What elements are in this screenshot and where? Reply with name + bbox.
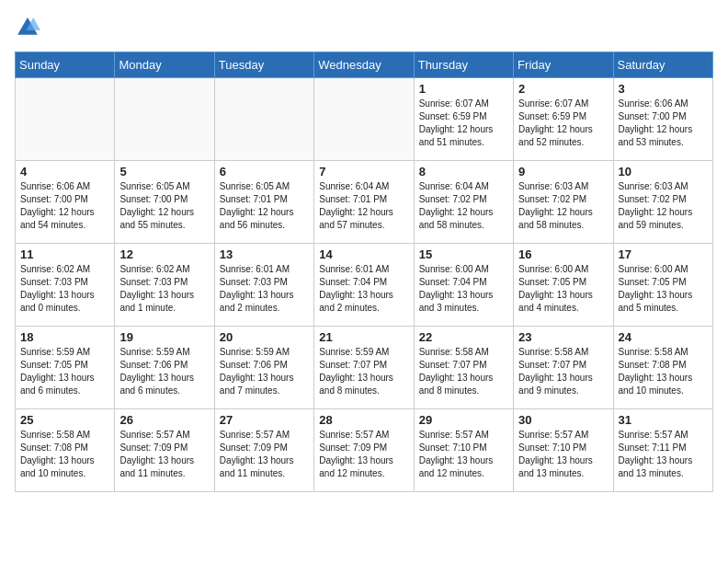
calendar-cell: 6Sunrise: 6:05 AM Sunset: 7:01 PM Daylig… bbox=[214, 161, 313, 244]
calendar-header-row: SundayMondayTuesdayWednesdayThursdayFrid… bbox=[16, 52, 713, 78]
day-number: 19 bbox=[119, 330, 209, 344]
day-info: Sunrise: 6:00 AM Sunset: 7:05 PM Dayligh… bbox=[518, 263, 608, 315]
day-number: 31 bbox=[619, 413, 708, 427]
day-number: 5 bbox=[119, 165, 209, 178]
day-number: 6 bbox=[220, 165, 309, 178]
day-info: Sunrise: 5:59 AM Sunset: 7:06 PM Dayligh… bbox=[220, 346, 309, 397]
calendar-cell: 22Sunrise: 5:58 AM Sunset: 7:07 PM Dayli… bbox=[414, 327, 513, 409]
day-number: 28 bbox=[319, 413, 408, 427]
day-of-week-header: Wednesday bbox=[314, 52, 414, 78]
day-info: Sunrise: 6:00 AM Sunset: 7:05 PM Dayligh… bbox=[619, 263, 708, 315]
calendar-cell: 25Sunrise: 5:58 AM Sunset: 7:08 PM Dayli… bbox=[16, 409, 115, 492]
calendar-cell: 9Sunrise: 6:03 AM Sunset: 7:02 PM Daylig… bbox=[514, 161, 613, 244]
calendar-cell: 29Sunrise: 5:57 AM Sunset: 7:10 PM Dayli… bbox=[414, 409, 513, 492]
calendar-week-row: 25Sunrise: 5:58 AM Sunset: 7:08 PM Dayli… bbox=[16, 409, 713, 492]
calendar-cell bbox=[314, 78, 414, 161]
day-info: Sunrise: 6:05 AM Sunset: 7:00 PM Dayligh… bbox=[119, 180, 209, 232]
day-number: 11 bbox=[20, 247, 109, 261]
calendar: SundayMondayTuesdayWednesdayThursdayFrid… bbox=[15, 52, 713, 492]
calendar-cell bbox=[214, 78, 313, 161]
day-number: 29 bbox=[419, 413, 508, 427]
calendar-cell: 3Sunrise: 6:06 AM Sunset: 7:00 PM Daylig… bbox=[613, 78, 712, 161]
calendar-week-row: 11Sunrise: 6:02 AM Sunset: 7:03 PM Dayli… bbox=[16, 244, 713, 327]
calendar-cell: 10Sunrise: 6:03 AM Sunset: 7:02 PM Dayli… bbox=[613, 161, 712, 244]
day-of-week-header: Friday bbox=[514, 52, 613, 78]
day-number: 14 bbox=[319, 247, 408, 261]
day-number: 7 bbox=[319, 165, 408, 178]
day-info: Sunrise: 6:02 AM Sunset: 7:03 PM Dayligh… bbox=[119, 263, 209, 315]
calendar-cell: 16Sunrise: 6:00 AM Sunset: 7:05 PM Dayli… bbox=[514, 244, 613, 327]
calendar-cell: 7Sunrise: 6:04 AM Sunset: 7:01 PM Daylig… bbox=[314, 161, 414, 244]
day-of-week-header: Saturday bbox=[613, 52, 712, 78]
day-info: Sunrise: 6:03 AM Sunset: 7:02 PM Dayligh… bbox=[518, 180, 608, 232]
calendar-cell: 24Sunrise: 5:58 AM Sunset: 7:08 PM Dayli… bbox=[613, 327, 712, 409]
calendar-week-row: 4Sunrise: 6:06 AM Sunset: 7:00 PM Daylig… bbox=[16, 161, 713, 244]
calendar-cell: 19Sunrise: 5:59 AM Sunset: 7:06 PM Dayli… bbox=[115, 327, 214, 409]
day-info: Sunrise: 5:58 AM Sunset: 7:07 PM Dayligh… bbox=[419, 346, 508, 397]
calendar-cell: 23Sunrise: 5:58 AM Sunset: 7:07 PM Dayli… bbox=[514, 327, 613, 409]
day-number: 15 bbox=[419, 247, 508, 261]
calendar-cell: 20Sunrise: 5:59 AM Sunset: 7:06 PM Dayli… bbox=[214, 327, 313, 409]
calendar-cell: 17Sunrise: 6:00 AM Sunset: 7:05 PM Dayli… bbox=[613, 244, 712, 327]
day-of-week-header: Sunday bbox=[16, 52, 115, 78]
day-info: Sunrise: 5:59 AM Sunset: 7:06 PM Dayligh… bbox=[119, 346, 209, 397]
calendar-week-row: 18Sunrise: 5:59 AM Sunset: 7:05 PM Dayli… bbox=[16, 327, 713, 409]
day-number: 9 bbox=[518, 165, 608, 178]
calendar-cell: 1Sunrise: 6:07 AM Sunset: 6:59 PM Daylig… bbox=[414, 78, 513, 161]
day-number: 18 bbox=[20, 330, 109, 344]
calendar-cell bbox=[115, 78, 214, 161]
day-number: 3 bbox=[619, 82, 708, 96]
day-number: 26 bbox=[119, 413, 209, 427]
day-info: Sunrise: 6:02 AM Sunset: 7:03 PM Dayligh… bbox=[20, 263, 109, 315]
day-number: 16 bbox=[518, 247, 608, 261]
day-number: 10 bbox=[619, 165, 708, 178]
day-info: Sunrise: 5:57 AM Sunset: 7:09 PM Dayligh… bbox=[119, 429, 209, 480]
calendar-cell: 31Sunrise: 5:57 AM Sunset: 7:11 PM Dayli… bbox=[613, 409, 712, 492]
calendar-cell: 11Sunrise: 6:02 AM Sunset: 7:03 PM Dayli… bbox=[16, 244, 115, 327]
day-number: 27 bbox=[220, 413, 309, 427]
day-info: Sunrise: 5:59 AM Sunset: 7:05 PM Dayligh… bbox=[20, 346, 109, 397]
day-info: Sunrise: 6:06 AM Sunset: 7:00 PM Dayligh… bbox=[20, 180, 109, 232]
calendar-cell: 26Sunrise: 5:57 AM Sunset: 7:09 PM Dayli… bbox=[115, 409, 214, 492]
logo-icon bbox=[15, 15, 40, 40]
day-number: 25 bbox=[20, 413, 109, 427]
calendar-cell: 30Sunrise: 5:57 AM Sunset: 7:10 PM Dayli… bbox=[514, 409, 613, 492]
day-number: 22 bbox=[419, 330, 508, 344]
day-number: 24 bbox=[619, 330, 708, 344]
day-info: Sunrise: 6:01 AM Sunset: 7:04 PM Dayligh… bbox=[319, 263, 408, 315]
day-number: 17 bbox=[619, 247, 708, 261]
day-number: 4 bbox=[20, 165, 109, 178]
calendar-cell: 14Sunrise: 6:01 AM Sunset: 7:04 PM Dayli… bbox=[314, 244, 414, 327]
day-of-week-header: Tuesday bbox=[214, 52, 313, 78]
calendar-cell: 8Sunrise: 6:04 AM Sunset: 7:02 PM Daylig… bbox=[414, 161, 513, 244]
calendar-cell: 5Sunrise: 6:05 AM Sunset: 7:00 PM Daylig… bbox=[115, 161, 214, 244]
day-number: 23 bbox=[518, 330, 608, 344]
day-number: 1 bbox=[419, 82, 508, 96]
day-number: 30 bbox=[518, 413, 608, 427]
page-header bbox=[15, 15, 713, 40]
calendar-cell: 12Sunrise: 6:02 AM Sunset: 7:03 PM Dayli… bbox=[115, 244, 214, 327]
calendar-cell: 18Sunrise: 5:59 AM Sunset: 7:05 PM Dayli… bbox=[16, 327, 115, 409]
calendar-cell bbox=[16, 78, 115, 161]
day-info: Sunrise: 5:57 AM Sunset: 7:10 PM Dayligh… bbox=[419, 429, 508, 480]
day-of-week-header: Monday bbox=[115, 52, 214, 78]
day-number: 2 bbox=[518, 82, 608, 96]
calendar-week-row: 1Sunrise: 6:07 AM Sunset: 6:59 PM Daylig… bbox=[16, 78, 713, 161]
calendar-cell: 28Sunrise: 5:57 AM Sunset: 7:09 PM Dayli… bbox=[314, 409, 414, 492]
day-of-week-header: Thursday bbox=[414, 52, 513, 78]
day-number: 21 bbox=[319, 330, 408, 344]
day-info: Sunrise: 6:06 AM Sunset: 7:00 PM Dayligh… bbox=[619, 98, 708, 149]
day-info: Sunrise: 6:05 AM Sunset: 7:01 PM Dayligh… bbox=[220, 180, 309, 232]
day-info: Sunrise: 6:07 AM Sunset: 6:59 PM Dayligh… bbox=[419, 98, 508, 149]
day-number: 8 bbox=[419, 165, 508, 178]
day-info: Sunrise: 6:04 AM Sunset: 7:01 PM Dayligh… bbox=[319, 180, 408, 232]
day-info: Sunrise: 5:57 AM Sunset: 7:09 PM Dayligh… bbox=[319, 429, 408, 480]
day-info: Sunrise: 5:58 AM Sunset: 7:07 PM Dayligh… bbox=[518, 346, 608, 397]
logo bbox=[15, 15, 42, 40]
day-number: 20 bbox=[220, 330, 309, 344]
day-number: 13 bbox=[220, 247, 309, 261]
calendar-cell: 21Sunrise: 5:59 AM Sunset: 7:07 PM Dayli… bbox=[314, 327, 414, 409]
calendar-cell: 4Sunrise: 6:06 AM Sunset: 7:00 PM Daylig… bbox=[16, 161, 115, 244]
day-info: Sunrise: 5:59 AM Sunset: 7:07 PM Dayligh… bbox=[319, 346, 408, 397]
calendar-cell: 15Sunrise: 6:00 AM Sunset: 7:04 PM Dayli… bbox=[414, 244, 513, 327]
